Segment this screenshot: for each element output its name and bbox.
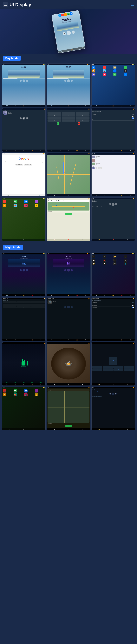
- night-app-9[interactable]: ❤: [103, 262, 106, 265]
- night-app-msg-icon[interactable]: 💬: [14, 389, 17, 392]
- night-key-9[interactable]: 9: [31, 306, 45, 308]
- night-key-6[interactable]: 6: [31, 304, 45, 306]
- night-app-bt[interactable]: ⊹: [113, 259, 116, 262]
- key-hash[interactable]: #: [76, 120, 90, 122]
- call-btn[interactable]: 📞: [57, 122, 59, 125]
- bt-next[interactable]: ⏭: [26, 117, 28, 119]
- bt-prev[interactable]: ⏮: [20, 117, 22, 119]
- hangup-btn[interactable]: 📵: [78, 122, 80, 125]
- nav-btn-3[interactable]: ←: [113, 366, 124, 368]
- app-video-icon[interactable]: 📺: [24, 204, 28, 207]
- night-play-2[interactable]: ⏸: [67, 269, 70, 272]
- app-wechat[interactable]: 💬: [92, 70, 95, 72]
- night-app-mail-icon[interactable]: 📧: [24, 389, 28, 392]
- app-podcast-icon[interactable]: 🎙: [3, 204, 6, 207]
- night-auto-answer-toggle[interactable]: [132, 305, 134, 306]
- night-key-1[interactable]: 1: [3, 301, 17, 304]
- prev-btn[interactable]: ⏮: [62, 32, 66, 36]
- key-0[interactable]: 0: [62, 120, 75, 122]
- nav-btn-4[interactable]: →: [124, 366, 134, 368]
- key-star[interactable]: *: [48, 120, 61, 122]
- night-auto-answer-row[interactable]: Auto answer: [92, 305, 134, 306]
- app-settings[interactable]: ⚙: [124, 70, 127, 72]
- night-np-next[interactable]: ⏭: [115, 393, 117, 394]
- key-2[interactable]: 2: [62, 112, 75, 114]
- social-track-1[interactable]: 华乐_039.mp3 Local: [92, 155, 134, 159]
- prev-button-1[interactable]: ⏮: [20, 80, 22, 82]
- nav-btn-2[interactable]: ↓: [103, 366, 113, 368]
- key-6[interactable]: 6: [76, 114, 90, 116]
- night-app-apple-icon[interactable]: 🍎: [14, 393, 17, 396]
- night-key-4[interactable]: 4: [3, 304, 17, 306]
- nav-btn-7[interactable]: ↺: [113, 368, 124, 371]
- app-bt[interactable]: ⊹: [113, 70, 116, 72]
- key-1[interactable]: 1: [48, 112, 61, 114]
- social-prev[interactable]: ⏮: [96, 167, 98, 169]
- app-phone[interactable]: 📞: [124, 66, 127, 69]
- google-search-bar[interactable]: [5, 161, 43, 163]
- app-store[interactable]: ⊞: [113, 73, 116, 76]
- auto-connect-row[interactable]: Auto connect: [92, 117, 134, 119]
- night-bt-prev[interactable]: ⏮: [64, 306, 66, 308]
- night-app-nav[interactable]: 🧭: [92, 262, 95, 265]
- next-button-1[interactable]: ⏭: [26, 80, 28, 82]
- app-radio-icon[interactable]: 📻: [35, 204, 38, 207]
- night-app-10[interactable]: ⊞: [113, 262, 116, 265]
- nav-btn-8[interactable]: ↻: [124, 368, 134, 371]
- night-app-video-icon[interactable]: 📺: [24, 393, 28, 396]
- app-browser[interactable]: 🌐: [124, 73, 127, 76]
- night-app-1[interactable]: ✈: [92, 255, 95, 258]
- app-music-icon[interactable]: 🎵: [35, 200, 38, 203]
- night-app-5[interactable]: 💬: [92, 259, 95, 262]
- nav-prev[interactable]: ⏮: [109, 203, 111, 205]
- night-app-3[interactable]: 📁: [113, 255, 116, 258]
- night-key-8[interactable]: 8: [17, 306, 31, 308]
- night-app-11[interactable]: 🌐: [124, 262, 127, 265]
- next-btn[interactable]: ⏭: [71, 30, 75, 34]
- key-8[interactable]: 8: [62, 117, 75, 119]
- auto-answer-toggle[interactable]: [132, 116, 134, 117]
- nav-btn-6[interactable]: ⤴: [103, 368, 113, 371]
- night-app-phone-icon[interactable]: 📞: [3, 389, 6, 392]
- nav-btn-1[interactable]: ↑: [92, 366, 102, 368]
- night-app-2[interactable]: ♫: [103, 255, 106, 258]
- night-next-2[interactable]: ⏭: [71, 269, 73, 271]
- key-3[interactable]: 3: [76, 112, 90, 114]
- app-files[interactable]: 📁: [113, 66, 116, 69]
- night-key-3[interactable]: 3: [31, 301, 45, 304]
- night-play-1[interactable]: ⏸: [22, 269, 25, 272]
- menu-icon[interactable]: [3, 2, 8, 7]
- night-key-7[interactable]: 7: [3, 306, 17, 308]
- social-track-3[interactable]: 华乐_034.mp3 Local: [92, 162, 134, 166]
- night-app-4[interactable]: 📞: [124, 255, 127, 258]
- social-track-2[interactable]: 华乐_038.mp3 Local: [92, 159, 134, 162]
- night-prev-1[interactable]: ⏮: [20, 269, 22, 271]
- night-go-button[interactable]: GO: [66, 425, 72, 427]
- nav-next[interactable]: ⏭: [115, 203, 117, 205]
- go-button[interactable]: GO: [66, 213, 72, 215]
- social-next[interactable]: ⏭: [100, 167, 102, 169]
- key-7[interactable]: 7: [48, 117, 61, 119]
- night-app-music-icon[interactable]: 🎵: [35, 389, 38, 392]
- night-key-5[interactable]: 5: [17, 304, 31, 306]
- night-bt-next[interactable]: ⏭: [71, 306, 73, 308]
- app-vcar[interactable]: 🚗: [103, 70, 106, 72]
- play-button-2[interactable]: ⏸: [67, 80, 70, 82]
- feeling-lucky-btn[interactable]: I'm Feeling Lucky: [24, 164, 32, 166]
- bt-play[interactable]: ▶: [22, 117, 25, 120]
- nav-btn-5[interactable]: ⤵: [92, 368, 102, 371]
- app-apple-icon[interactable]: 🍎: [14, 204, 17, 207]
- play-pause-btn[interactable]: ⏸: [66, 30, 71, 36]
- night-key-2[interactable]: 2: [17, 301, 31, 304]
- night-next-1[interactable]: ⏭: [26, 269, 28, 271]
- night-auto-connect-row[interactable]: Auto connect: [92, 306, 134, 308]
- prev-button-2[interactable]: ⏮: [64, 80, 66, 82]
- auto-answer-row[interactable]: Auto answer: [92, 116, 134, 117]
- app-music[interactable]: ♫: [103, 66, 106, 69]
- app-social[interactable]: ❤: [103, 73, 106, 76]
- night-auto-connect-toggle[interactable]: [132, 307, 134, 308]
- app-telegram[interactable]: ✈: [92, 66, 95, 69]
- nav-play[interactable]: ▶: [112, 203, 114, 206]
- key-4[interactable]: 4: [48, 114, 61, 116]
- play-button-1[interactable]: ⏸: [22, 80, 25, 82]
